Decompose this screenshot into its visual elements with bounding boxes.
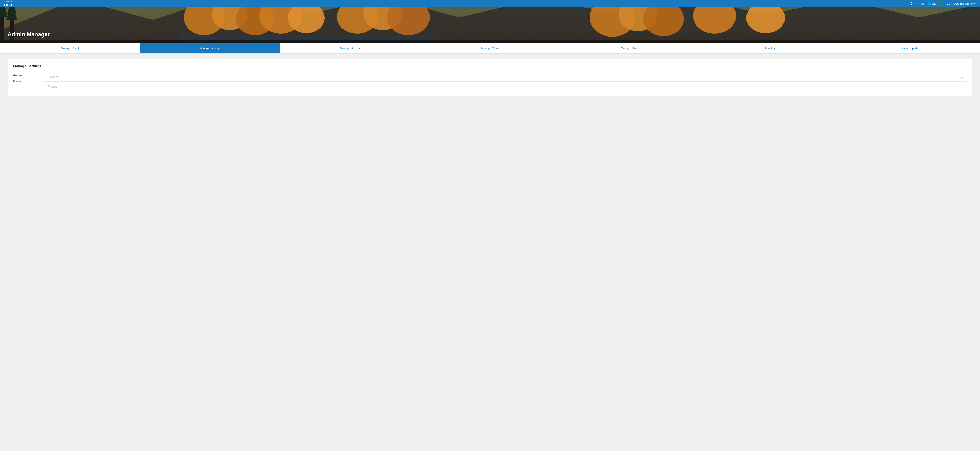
logo[interactable]: powered by roam <box>4 0 15 7</box>
hq-label: HQ <box>920 2 924 5</box>
currency-icon: 💱 <box>940 2 943 5</box>
hq-button[interactable]: ✉ HQ <box>916 2 924 5</box>
tab-manage-brands[interactable]: Manage Brands <box>280 43 420 53</box>
hero-background <box>0 7 980 43</box>
tab-manage-users[interactable]: Manage Users <box>560 43 700 53</box>
hero-title: Admin Manager <box>8 31 50 38</box>
tab-task-list[interactable]: Task List <box>700 43 840 53</box>
logo-brand-text: roam <box>4 3 15 6</box>
settings-body: General ⌄ Places ⌄ <box>44 72 967 91</box>
tab-manage-client[interactable]: Manage Client <box>0 43 140 53</box>
general-section-arrow: ⌄ <box>960 75 963 79</box>
currency-button[interactable]: 💱 AUD <box>940 2 950 5</box>
user-menu[interactable]: JohnBrouillette ▼ <box>954 2 976 5</box>
tab-view-reports[interactable]: View Reports <box>840 43 980 53</box>
top-nav-right: ? ✉ HQ 🌐 EN 💱 AUD JohnBrouillette ▼ <box>911 2 976 5</box>
places-section-label: Places <box>48 84 57 88</box>
tab-manage-settings[interactable]: Manage Settings <box>140 43 280 53</box>
general-section-label: General <box>48 75 59 79</box>
top-nav: powered by roam ? ✉ HQ 🌐 EN 💱 AUD JohnBr… <box>0 0 980 7</box>
svg-rect-23 <box>0 40 980 43</box>
language-label: EN <box>932 2 936 5</box>
user-menu-arrow: ▼ <box>974 2 976 5</box>
settings-section-places[interactable]: Places ⌄ <box>44 82 967 91</box>
hero-banner: Admin Manager <box>0 7 980 43</box>
settings-section-general[interactable]: General ⌄ <box>44 72 967 82</box>
mail-icon: ✉ <box>916 2 918 5</box>
places-section-arrow: ⌄ <box>960 84 963 88</box>
help-icon: ? <box>911 2 913 5</box>
sidebar-item-general[interactable]: General <box>13 72 36 78</box>
globe-icon: 🌐 <box>928 2 931 5</box>
sidebar-item-places[interactable]: Places <box>13 78 36 84</box>
settings-sidebar-divider <box>41 72 41 91</box>
language-button[interactable]: 🌐 EN <box>928 2 936 5</box>
settings-card: Manage Settings General Places General ⌄… <box>8 59 972 96</box>
settings-sidebar: General Places <box>13 72 38 91</box>
tab-navigation: Manage Client Manage Settings Manage Bra… <box>0 43 980 54</box>
help-button[interactable]: ? <box>911 2 913 5</box>
user-name: JohnBrouillette <box>954 2 973 5</box>
currency-label: AUD <box>945 2 950 5</box>
settings-card-title: Manage Settings <box>13 64 967 68</box>
main-content: Manage Settings General Places General ⌄… <box>0 54 980 451</box>
logo-powered-text: powered by <box>4 0 15 2</box>
settings-layout: General Places General ⌄ Places ⌄ <box>13 72 967 91</box>
tab-manage-store[interactable]: Manage Store <box>420 43 560 53</box>
